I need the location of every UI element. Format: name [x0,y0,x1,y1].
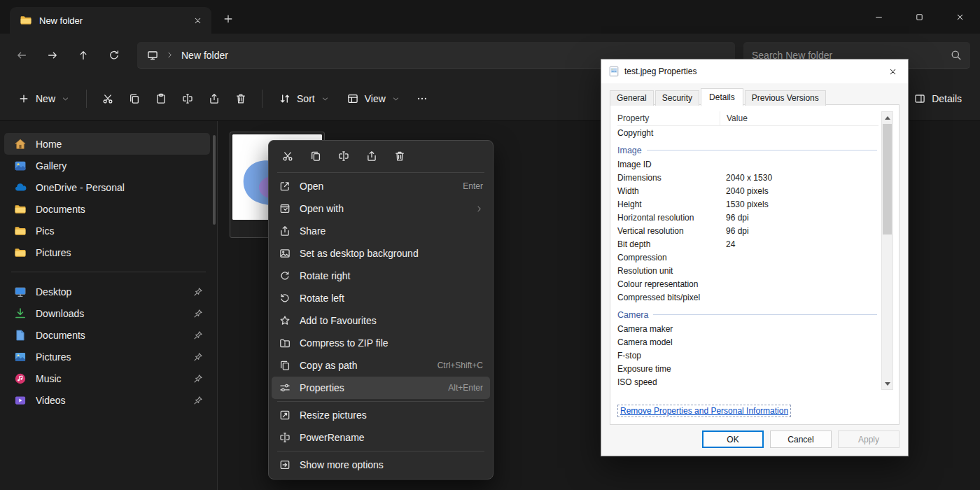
sidebar-item-pics[interactable]: Pics [4,220,210,241]
scroll-down-arrow[interactable] [882,378,892,389]
dialog-tab-security[interactable]: Security [655,90,699,106]
property-row-dimensions[interactable]: Dimensions2040 x 1530 [617,171,878,184]
close-button[interactable] [939,0,980,34]
dialog-tab-details[interactable]: Details [701,88,743,106]
menu-item-powerrename[interactable]: PowerRename [272,426,490,449]
gallery-icon [14,160,27,172]
minimize-button[interactable] [858,0,899,34]
sort-button[interactable]: Sort [271,87,337,111]
property-name: Copyright [617,128,720,138]
delete-button[interactable] [228,86,253,111]
cut-button[interactable] [276,146,299,167]
property-row-iso-speed[interactable]: ISO speed [617,375,878,388]
property-row-image-id[interactable]: Image ID [617,158,878,171]
property-value: 1530 pixels [720,200,878,209]
menu-item-rotate-right[interactable]: Rotate right [272,265,490,287]
property-row-resolution-unit[interactable]: Resolution unit [617,264,878,277]
tab-new-folder[interactable]: New folder [10,7,211,34]
share-button[interactable] [360,146,383,167]
up-button[interactable] [69,41,98,69]
property-row-colour-representation[interactable]: Colour representation [617,277,878,290]
tab-close-icon[interactable] [191,14,204,27]
copy-button[interactable] [304,146,327,167]
back-button[interactable] [7,41,36,69]
maximize-button[interactable] [899,0,939,34]
menu-item-open-with[interactable]: Open with [272,197,490,220]
sidebar-item-pictures[interactable]: Pictures [4,241,210,263]
sidebar-item-desktop[interactable]: Desktop [4,281,210,302]
menu-item-label: Set as desktop background [300,248,483,259]
property-row-compression[interactable]: Compression [617,251,878,264]
dialog-buttons: OK Cancel Apply [702,430,899,448]
property-row-camera-model[interactable]: Camera model [617,335,878,349]
sidebar-item-label: Pictures [36,351,184,363]
rename-button[interactable] [175,86,200,111]
new-button[interactable]: New [10,87,78,111]
property-row-camera-maker[interactable]: Camera maker [617,322,878,335]
property-row-f-stop[interactable]: F-stop [617,349,878,362]
folder-icon [14,225,27,237]
details-pane-button[interactable]: Details [906,87,970,111]
sidebar-item-gallery[interactable]: Gallery [4,155,210,176]
share-button[interactable] [202,86,227,111]
music-icon [14,372,27,385]
dialog-close-icon[interactable] [877,59,908,83]
dialog-tab-general[interactable]: General [610,90,654,106]
sidebar-item-pictures[interactable]: Pictures [4,346,210,368]
sidebar-item-documents[interactable]: Documents [4,324,210,346]
property-row-bit-depth[interactable]: Bit depth24 [617,237,878,251]
copy-button[interactable] [122,86,147,111]
forward-button[interactable] [38,41,67,69]
details-pane-icon [914,93,925,104]
apply-button[interactable]: Apply [838,430,899,448]
menu-item-rotate-left[interactable]: Rotate left [272,287,490,309]
menu-item-show-more-options[interactable]: Show more options [272,454,490,476]
refresh-button[interactable] [99,41,129,69]
menu-item-share[interactable]: Share [272,220,490,242]
view-button[interactable]: View [339,87,408,111]
power-rename-icon [279,432,291,443]
property-name: Camera maker [617,324,720,334]
dialog-tab-previous-versions[interactable]: Previous Versions [745,90,826,106]
chevron-down-icon [392,95,400,103]
menu-item-compress-to-zip-file[interactable]: Compress to ZIP file [272,332,490,354]
sidebar-scrollbar[interactable] [213,135,216,225]
sidebar-item-home[interactable]: Home [4,133,210,155]
scrollbar-thumb[interactable] [883,124,892,234]
sidebar-item-onedrive-personal[interactable]: OneDrive - Personal [4,176,210,198]
menu-item-add-to-favourites[interactable]: Add to Favourites [272,309,490,332]
property-row-width[interactable]: Width2040 pixels [617,184,878,197]
dialog-title-bar: test.jpeg Properties [601,59,908,83]
dialog-scrollbar[interactable] [881,111,893,390]
menu-item-resize-pictures[interactable]: Resize pictures [272,404,490,426]
scroll-up-arrow[interactable] [882,112,892,123]
property-row-height[interactable]: Height1530 pixels [617,197,878,211]
sidebar-item-videos[interactable]: Videos [4,389,210,411]
sidebar-item-label: Desktop [36,286,184,298]
menu-item-label: Copy as path [300,360,429,371]
remove-properties-link[interactable]: Remove Properties and Personal Informati… [617,405,791,417]
documents-icon [14,329,27,342]
menu-item-copy-as-path[interactable]: Copy as pathCtrl+Shift+C [272,354,490,377]
cut-button[interactable] [95,86,120,111]
cancel-button[interactable]: Cancel [770,430,832,448]
menu-item-properties[interactable]: PropertiesAlt+Enter [272,377,490,399]
property-row-exposure-time[interactable]: Exposure time [617,362,878,375]
ok-button[interactable]: OK [702,430,764,448]
new-tab-button[interactable] [220,10,237,27]
menu-item-set-as-desktop-background[interactable]: Set as desktop background [272,242,490,265]
menu-item-open[interactable]: OpenEnter [272,175,490,197]
sidebar-item-label: Pictures [36,247,203,258]
sidebar-item-music[interactable]: Music [4,368,210,389]
property-row-vertical-resolution[interactable]: Vertical resolution96 dpi [617,224,878,237]
delete-button[interactable] [388,146,411,167]
sidebar-item-downloads[interactable]: Downloads [4,302,210,324]
sidebar-item-documents[interactable]: Documents [4,198,210,220]
details-tab-page: Property Value CopyrightImageImage IDDim… [610,104,899,425]
paste-button[interactable] [148,86,174,111]
property-row-compressed-bits-pixel[interactable]: Compressed bits/pixel [617,290,878,304]
property-row-horizontal-resolution[interactable]: Horizontal resolution96 dpi [617,211,878,224]
rename-button[interactable] [332,146,355,167]
property-row-copyright[interactable]: Copyright [617,126,878,139]
more-options-button[interactable] [410,86,435,111]
